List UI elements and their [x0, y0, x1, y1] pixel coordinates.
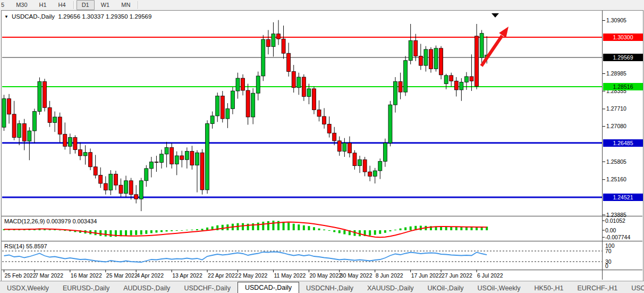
terminal-window: { "toolbar": { "timeframes": [ {"label":…: [0, 0, 644, 293]
symbol-tab-hk50-h1[interactable]: HK50-,H1: [528, 283, 571, 293]
symbol-tab-eurchf-h1[interactable]: EURCHF-,H1: [570, 283, 624, 293]
symbol-tabbar: USDX,WeeklyEURUSD-,DailyAUDUSD-,DailyUSD…: [0, 281, 644, 293]
symbol-tab-usdchf-daily[interactable]: USDCHF-,Daily: [177, 283, 238, 293]
symbol-tab-xauusd-daily[interactable]: XAUUSD-,Daily: [360, 283, 421, 293]
timeframe-button-h4[interactable]: H4: [53, 0, 71, 10]
timeframe-button-m30[interactable]: M30: [11, 0, 32, 10]
symbol-tab-usdcad-daily[interactable]: USDCAD-,Daily: [238, 282, 299, 293]
toolbar-separator: [73, 1, 74, 9]
symbol-tab-usdx-weekly[interactable]: USDX,Weekly: [0, 283, 56, 293]
symbol-tab-eurusd-daily[interactable]: EURUSD-,Daily: [56, 283, 116, 293]
symbol-tab-usdcnh-daily[interactable]: USDCNH-,Daily: [299, 283, 360, 293]
timeframe-button-w1[interactable]: W1: [96, 0, 115, 10]
timeframe-button-5[interactable]: 5: [0, 0, 10, 10]
symbol-tab-usoil-h[interactable]: USOil-,H: [624, 283, 644, 293]
timeframe-button-d1[interactable]: D1: [77, 0, 95, 10]
symbol-tab-ukoil-daily[interactable]: UKOil-,Daily: [421, 283, 471, 293]
symbol-tab-audusd-daily[interactable]: AUDUSD-,Daily: [116, 283, 177, 293]
timeframe-button-mn[interactable]: MN: [116, 0, 135, 10]
toolbar-separator: [138, 1, 139, 9]
timeframe-toolbar: 5M30H1H4D1W1MN: [0, 0, 644, 10]
chart-window[interactable]: [1, 10, 643, 281]
symbol-tab-usoil-weekly[interactable]: USOil-,Weekly: [471, 283, 528, 293]
timeframe-button-h1[interactable]: H1: [34, 0, 52, 10]
